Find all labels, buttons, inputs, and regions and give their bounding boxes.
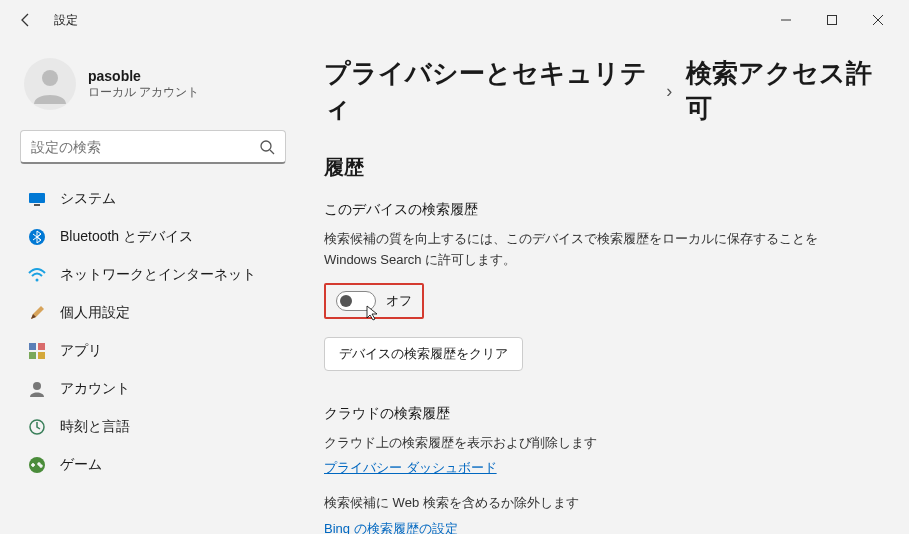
device-history-title: このデバイスの検索履歴 — [324, 201, 885, 219]
section-title-history: 履歴 — [324, 154, 885, 181]
svg-point-10 — [36, 279, 39, 282]
svg-point-5 — [261, 141, 271, 151]
nav-item-time-language[interactable]: 時刻と言語 — [16, 408, 290, 446]
user-account-row[interactable]: pasoble ローカル アカウント — [16, 48, 290, 128]
minimize-icon — [781, 15, 791, 25]
device-history-desc: 検索候補の質を向上するには、このデバイスで検索履歴をローカルに保存することを W… — [324, 229, 824, 271]
search-input[interactable] — [31, 139, 259, 155]
privacy-dashboard-link[interactable]: プライバシー ダッシュボード — [324, 459, 497, 477]
app-title: 設定 — [54, 12, 78, 29]
user-name: pasoble — [88, 68, 199, 84]
cloud-history-desc: クラウド上の検索履歴を表示および削除します — [324, 433, 824, 454]
chevron-right-icon: › — [666, 81, 672, 102]
person-icon — [30, 64, 70, 104]
toggle-knob — [340, 295, 352, 307]
back-button[interactable] — [8, 2, 44, 38]
apps-icon — [28, 342, 46, 360]
svg-rect-7 — [29, 193, 45, 203]
sidebar: pasoble ローカル アカウント システム Bluetooth とデバイス … — [0, 40, 300, 534]
nav-item-network[interactable]: ネットワークとインターネット — [16, 256, 290, 294]
toggle-label: オフ — [386, 292, 412, 310]
nav-label: アカウント — [60, 380, 130, 398]
close-icon — [873, 15, 883, 25]
web-search-desc: 検索候補に Web 検索を含めるか除外します — [324, 493, 824, 514]
title-bar: 設定 — [0, 0, 909, 40]
svg-rect-14 — [38, 352, 45, 359]
svg-line-6 — [270, 150, 274, 154]
svg-point-4 — [42, 70, 58, 86]
svg-rect-12 — [38, 343, 45, 350]
wifi-icon — [28, 266, 46, 284]
main-content: プライバシーとセキュリティ › 検索アクセス許可 履歴 このデバイスの検索履歴 … — [300, 40, 909, 534]
nav-label: 個人用設定 — [60, 304, 130, 322]
bing-history-link[interactable]: Bing の検索履歴の設定 — [324, 520, 458, 534]
history-toggle[interactable] — [336, 291, 376, 311]
maximize-icon — [827, 15, 837, 25]
minimize-button[interactable] — [763, 4, 809, 36]
breadcrumb-parent[interactable]: プライバシーとセキュリティ — [324, 56, 652, 126]
cloud-history-title: クラウドの検索履歴 — [324, 405, 885, 423]
close-button[interactable] — [855, 4, 901, 36]
window-controls — [763, 4, 901, 36]
clock-globe-icon — [28, 418, 46, 436]
nav-item-personalization[interactable]: 個人用設定 — [16, 294, 290, 332]
nav-item-apps[interactable]: アプリ — [16, 332, 290, 370]
search-icon — [259, 139, 275, 155]
svg-rect-8 — [34, 204, 40, 206]
clear-history-button[interactable]: デバイスの検索履歴をクリア — [324, 337, 523, 371]
bluetooth-icon — [28, 228, 46, 246]
nav-item-bluetooth[interactable]: Bluetooth とデバイス — [16, 218, 290, 256]
user-subtitle: ローカル アカウント — [88, 84, 199, 101]
nav-label: システム — [60, 190, 116, 208]
nav-label: アプリ — [60, 342, 102, 360]
display-icon — [28, 190, 46, 208]
breadcrumb-current: 検索アクセス許可 — [686, 56, 885, 126]
account-icon — [28, 380, 46, 398]
nav-label: ゲーム — [60, 456, 102, 474]
svg-rect-1 — [828, 16, 837, 25]
breadcrumb: プライバシーとセキュリティ › 検索アクセス許可 — [324, 56, 885, 126]
nav-label: Bluetooth とデバイス — [60, 228, 193, 246]
nav-item-system[interactable]: システム — [16, 180, 290, 218]
search-box[interactable] — [20, 130, 286, 164]
nav-label: ネットワークとインターネット — [60, 266, 256, 284]
history-toggle-highlight: オフ — [324, 283, 424, 319]
gamepad-icon — [28, 456, 46, 474]
svg-rect-13 — [29, 352, 36, 359]
nav-list: システム Bluetooth とデバイス ネットワークとインターネット 個人用設… — [16, 180, 290, 484]
nav-item-gaming[interactable]: ゲーム — [16, 446, 290, 484]
paintbrush-icon — [28, 304, 46, 322]
nav-item-accounts[interactable]: アカウント — [16, 370, 290, 408]
nav-label: 時刻と言語 — [60, 418, 130, 436]
svg-point-15 — [33, 382, 41, 390]
arrow-left-icon — [18, 12, 34, 28]
maximize-button[interactable] — [809, 4, 855, 36]
avatar — [24, 58, 76, 110]
svg-rect-11 — [29, 343, 36, 350]
